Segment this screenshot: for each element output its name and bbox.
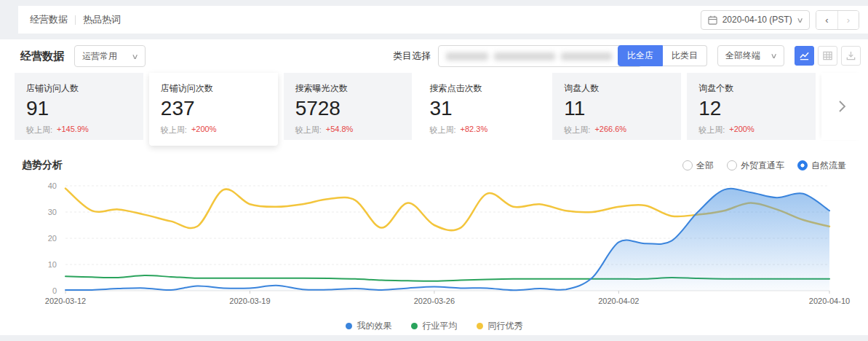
chevron-down-icon: ∨ xyxy=(770,52,777,60)
metric-cards-row: 店铺访问人数 91 较上周: +145.9% 店铺访问次数 237 较上周: +… xyxy=(0,73,868,140)
legend-label: 行业平均 xyxy=(423,320,458,332)
card-change: +54.8% xyxy=(326,125,354,136)
radio-icon xyxy=(727,160,737,170)
legend-industry-average[interactable]: 行业平均 xyxy=(411,320,458,332)
card-inquiry-count[interactable]: 询盘个数 12 较上周: +200% xyxy=(687,73,816,140)
download-button[interactable] xyxy=(841,46,861,66)
card-value: 91 xyxy=(26,98,132,120)
card-store-visits[interactable]: 店铺访问次数 237 较上周: +200% xyxy=(149,73,278,146)
legend-dot-blue xyxy=(346,323,352,329)
card-label: 店铺访问次数 xyxy=(161,82,266,95)
breadcrumb-business-data[interactable]: 经营数据 xyxy=(30,13,68,26)
card-value: 5728 xyxy=(295,98,401,120)
chevron-right-icon xyxy=(837,100,846,113)
legend-label: 同行优秀 xyxy=(488,320,523,332)
trend-title: 趋势分析 xyxy=(22,159,63,172)
trend-chart-container: 0102030402020-03-122020-03-192020-03-262… xyxy=(15,178,853,332)
legend-my-performance[interactable]: 我的效果 xyxy=(346,320,392,332)
radio-icon xyxy=(797,160,808,170)
radio-p4p-traffic[interactable]: 外贸直通车 xyxy=(727,160,784,172)
svg-text:20: 20 xyxy=(48,234,57,243)
wow-label: 较上周: xyxy=(26,125,52,136)
category-select-label: 类目选择 xyxy=(393,50,431,63)
svg-text:2020-04-02: 2020-04-02 xyxy=(598,297,639,305)
card-value: 12 xyxy=(698,98,804,120)
section-title: 经营数据 xyxy=(20,50,64,63)
date-picker-value: 2020-04-10 (PST) xyxy=(722,15,792,25)
radio-organic-traffic[interactable]: 自然流量 xyxy=(797,160,846,172)
radio-all-traffic[interactable]: 全部 xyxy=(682,160,714,172)
legend-dot-green xyxy=(411,323,418,329)
table-view-button[interactable] xyxy=(818,46,837,66)
card-search-impressions[interactable]: 搜索曝光次数 5728 较上周: +54.8% xyxy=(284,73,413,140)
preset-select[interactable]: 运营常用 ∨ xyxy=(74,45,146,67)
download-icon xyxy=(845,50,856,61)
card-change: +145.9% xyxy=(57,125,89,136)
category-select[interactable]: ∨ xyxy=(438,45,642,67)
terminal-select[interactable]: 全部终端 ∨ xyxy=(717,45,784,66)
svg-text:2020-03-19: 2020-03-19 xyxy=(229,297,270,305)
compare-toggle: 比全店 比类目 xyxy=(618,45,707,66)
breadcrumb: 经营数据 热品热词 xyxy=(30,13,121,26)
radio-label: 全部 xyxy=(696,160,714,172)
data-toolbar: 经营数据 运营常用 ∨ 类目选择 ∨ 比全店 比类目 全部终端 ∨ xyxy=(0,39,868,73)
table-icon xyxy=(822,50,833,61)
card-store-visitors[interactable]: 店铺访问人数 91 较上周: +145.9% xyxy=(15,73,143,140)
cards-scroll-next-button[interactable] xyxy=(821,73,862,140)
category-select-blurred-value xyxy=(446,52,612,60)
wow-label: 较上周: xyxy=(295,125,322,136)
compare-category-button[interactable]: 比类目 xyxy=(663,45,707,66)
radio-icon xyxy=(682,160,693,170)
wow-label: 较上周: xyxy=(161,125,187,136)
card-inquiry-people[interactable]: 询盘人数 11 较上周: +266.6% xyxy=(552,73,681,140)
prev-day-button[interactable]: ‹ xyxy=(816,11,837,29)
line-chart-icon xyxy=(799,50,810,61)
card-label: 搜索点击次数 xyxy=(429,82,535,95)
legend-peer-excellent[interactable]: 同行优秀 xyxy=(477,320,523,332)
card-change: +82.3% xyxy=(461,125,488,136)
radio-label: 外贸直通车 xyxy=(741,160,784,172)
top-header-bar: 经营数据 热品热词 2020-04-10 (PST) ∨ ‹ › xyxy=(18,6,868,34)
terminal-select-value: 全部终端 xyxy=(725,50,760,62)
card-label: 店铺访问人数 xyxy=(26,82,132,95)
card-value: 31 xyxy=(429,98,535,120)
svg-text:2020-04-10: 2020-04-10 xyxy=(809,297,850,305)
svg-text:10: 10 xyxy=(48,260,57,269)
calendar-icon xyxy=(708,15,717,25)
traffic-filter-radios: 全部 外贸直通车 自然流量 xyxy=(682,160,846,172)
card-search-clicks[interactable]: 搜索点击次数 31 较上周: +82.3% xyxy=(418,73,546,140)
svg-text:2020-03-12: 2020-03-12 xyxy=(45,297,86,305)
trend-line-chart: 0102030402020-03-122020-03-192020-03-262… xyxy=(15,178,853,307)
svg-text:30: 30 xyxy=(48,208,57,216)
main-panel: 经营数据 运营常用 ∨ 类目选择 ∨ 比全店 比类目 全部终端 ∨ xyxy=(0,39,868,335)
card-change: +200% xyxy=(191,125,217,136)
svg-text:2020-03-26: 2020-03-26 xyxy=(414,297,455,305)
card-label: 询盘人数 xyxy=(564,82,669,95)
compare-whole-store-button[interactable]: 比全店 xyxy=(618,45,663,66)
card-label: 搜索曝光次数 xyxy=(295,82,401,95)
chevron-down-icon: ∨ xyxy=(796,16,803,24)
chevron-down-icon: ∨ xyxy=(131,52,138,60)
breadcrumb-divider xyxy=(75,15,76,25)
wow-label: 较上周: xyxy=(429,125,455,136)
card-value: 11 xyxy=(564,98,669,120)
legend-label: 我的效果 xyxy=(357,320,392,332)
chart-view-button[interactable] xyxy=(795,46,814,66)
card-label: 询盘个数 xyxy=(698,82,804,95)
card-value: 237 xyxy=(161,98,266,120)
card-change: +266.6% xyxy=(594,125,626,136)
card-change: +200% xyxy=(729,125,754,136)
svg-text:40: 40 xyxy=(48,181,57,190)
next-day-button[interactable]: › xyxy=(837,11,859,29)
svg-text:0: 0 xyxy=(52,286,57,295)
chart-legend: 我的效果 行业平均 同行优秀 xyxy=(15,320,853,332)
date-picker[interactable]: 2020-04-10 (PST) ∨ xyxy=(701,10,810,30)
trend-section-header: 趋势分析 全部 外贸直通车 自然流量 xyxy=(0,156,868,175)
legend-dot-yellow xyxy=(477,323,483,329)
wow-label: 较上周: xyxy=(564,125,590,136)
wow-label: 较上周: xyxy=(698,125,725,136)
breadcrumb-hot-products[interactable]: 热品热词 xyxy=(83,13,121,26)
preset-select-value: 运营常用 xyxy=(82,50,117,63)
radio-label: 自然流量 xyxy=(811,160,846,172)
